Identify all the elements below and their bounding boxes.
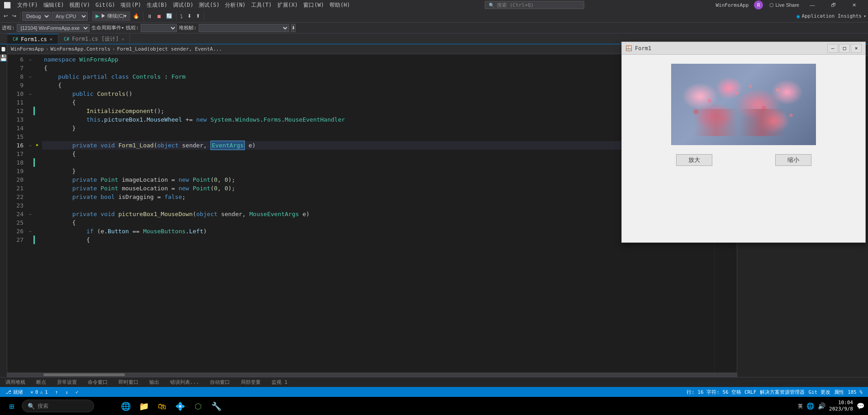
user-avatar[interactable]: R (754, 0, 763, 9)
collapse-6[interactable]: − (27, 55, 33, 64)
toolbar-redo[interactable]: ↪ (10, 11, 18, 21)
pause-btn[interactable]: ⏸ (145, 11, 154, 21)
form-icon: 🪟 (625, 45, 632, 52)
taskbar-widget[interactable]: ⊞ (100, 398, 116, 414)
panel-tab-auto[interactable]: 自动窗口 (208, 377, 232, 387)
collapse-24[interactable]: − (27, 210, 33, 218)
scroll-thumb[interactable] (43, 373, 125, 376)
panel-tab-breakpoints[interactable]: 断点 (34, 377, 48, 387)
platform-dropdown[interactable]: Any CPU (52, 12, 88, 21)
taskbar-right-area: 英 🌐 🔊 10:04 2023/9/8 💬 (798, 400, 864, 413)
taskbar-search-box[interactable]: 🔍 搜索 (22, 400, 94, 412)
menu-test[interactable]: 测试(S) (196, 0, 222, 10)
form-close-btn[interactable]: ✕ (851, 44, 862, 53)
panel-tab-output[interactable]: 输出 (148, 377, 161, 387)
collapse-8[interactable]: − (27, 72, 33, 81)
nav-up-btn[interactable]: ↑ (53, 387, 60, 397)
breadcrumb-project[interactable]: WinFormsApp (11, 46, 44, 52)
taskbar-edge[interactable]: 🌐 (118, 398, 134, 414)
git-branch-btn[interactable]: ⎇ 就绪 (4, 387, 25, 397)
breadcrumb-method[interactable]: Form1_Load(object sender, EventA... (117, 46, 222, 52)
search-box[interactable]: 🔍 搜索 (Ctrl+Q) (485, 1, 584, 9)
menu-view[interactable]: 视图(V) (67, 0, 93, 10)
error-btn[interactable]: ✕ 0 ⚠ 1 (29, 387, 50, 397)
solution-explorer-status[interactable]: 解决方案资源管理器 (758, 389, 806, 396)
menu-tools[interactable]: 工具(T) (248, 0, 275, 10)
live-share-btn[interactable]: ⬡ Live Share (767, 0, 802, 10)
breadcrumb-namespace[interactable]: WinFormsApp.Controls (50, 46, 110, 52)
volume-icon[interactable]: 🔊 (818, 402, 825, 410)
debug-config-dropdown[interactable]: Debug (22, 12, 51, 21)
menu-help[interactable]: 帮助(H) (327, 0, 353, 10)
zoom-in-button[interactable]: 放大 (676, 154, 712, 166)
menu-git[interactable]: Git(G) (93, 0, 118, 10)
menu-build[interactable]: 生成(B) (144, 0, 170, 10)
tab-close-icon[interactable]: ✕ (50, 37, 52, 42)
code-text-area[interactable]: namespace WinFormsApp { public partial c… (42, 54, 714, 373)
form-preview-window: 🪟 Form1 — □ ✕ 放大 缩小 (621, 42, 866, 243)
taskbar-folder[interactable]: 📁 (136, 398, 152, 414)
collapse-10[interactable]: − (27, 90, 33, 98)
zoom-btn[interactable]: 185 % (846, 389, 864, 395)
menu-file[interactable]: 文件(F) (14, 0, 41, 10)
panel-tab-command[interactable]: 命令窗口 (86, 377, 110, 387)
restart-btn[interactable]: 🔄 (164, 11, 174, 21)
thread-dropdown[interactable] (141, 24, 177, 32)
taskbar-node[interactable]: ⬡ (190, 398, 206, 414)
menu-project[interactable]: 项目(P) (118, 0, 144, 10)
properties-status[interactable]: 属性 (832, 389, 846, 396)
start-button[interactable]: ▶ ▶ 继续(C)▾ (92, 11, 130, 21)
stack-dropdown[interactable] (199, 24, 289, 32)
panel-tab-exceptions[interactable]: 异常设置 (55, 377, 79, 387)
menu-extensions[interactable]: 扩展(X) (275, 0, 301, 10)
collapse-26[interactable]: − (27, 227, 33, 236)
panel-tab-errors[interactable]: 错误列表... (168, 377, 201, 387)
row-col-indicator[interactable]: 行: 16 字符: 56 空格 CRLF (685, 389, 758, 396)
bookmark-icon[interactable]: 📑 (0, 46, 7, 52)
menu-window[interactable]: 窗口(W) (300, 0, 327, 10)
tab-design-close-icon[interactable]: ✕ (121, 37, 124, 42)
step-over-btn[interactable]: ⤵ (178, 11, 185, 21)
form-restore-btn[interactable]: □ (839, 44, 850, 53)
panel-tab-immediate[interactable]: 即时窗口 (117, 377, 140, 387)
code-line-16: private void Form1_Load(object sender, E… (42, 141, 714, 150)
menu-debug[interactable]: 调试(D) (170, 0, 196, 10)
line-num-21: 21 (7, 184, 24, 193)
zoom-out-button[interactable]: 缩小 (775, 154, 811, 166)
app-insights-dropdown[interactable]: ▾ (863, 14, 866, 19)
close-btn[interactable]: ✕ (844, 0, 864, 10)
main-toolbar: ↩ ↪ Debug Any CPU ▶ ▶ 继续(C)▾ 🔥 ⏸ ⏹ 🔄 ⤵ ⬇… (0, 10, 868, 23)
git-changes-status[interactable]: Git 更改 (806, 389, 832, 396)
process-dropdown[interactable]: [12104] WinFormsApp.exe (17, 24, 90, 32)
bottom-panel-tabs: 调用堆栈 断点 异常设置 命令窗口 即时窗口 输出 错误列表... 自动窗口 局… (0, 377, 868, 387)
notification-icon[interactable]: 💬 (857, 402, 864, 410)
clock-display[interactable]: 10:04 2023/9/8 (829, 400, 853, 413)
tab-form1-design[interactable]: C# Form1.cs [设计] ✕ (58, 34, 130, 44)
menu-edit[interactable]: 编辑(E) (41, 0, 67, 10)
restore-btn[interactable]: 🗗 (823, 0, 844, 10)
taskbar-store[interactable]: 🛍 (154, 398, 170, 414)
panel-tab-watch[interactable]: 监视 1 (270, 377, 289, 387)
collapse-16[interactable]: − (27, 141, 33, 150)
warning-count: 1 (45, 389, 48, 395)
menu-analyze[interactable]: 分析(N) (222, 0, 248, 10)
network-icon[interactable]: 🌐 (806, 402, 814, 410)
stop-btn[interactable]: ⏹ (155, 11, 163, 21)
toolbar-undo[interactable]: ↩ (2, 11, 10, 21)
horizontal-scrollbar[interactable] (7, 373, 737, 377)
minimize-btn[interactable]: — (802, 0, 823, 10)
taskbar-vs[interactable]: 💠 (172, 398, 188, 414)
form-minimize-btn[interactable]: — (827, 44, 838, 53)
code-review-btn[interactable]: ✓ (74, 387, 81, 397)
stack-nav-btn[interactable]: ⬇ (291, 24, 296, 32)
fire-btn[interactable]: 🔥 (131, 11, 141, 21)
step-out-btn[interactable]: ⬆ (194, 11, 202, 21)
step-into-btn[interactable]: ⬇ (186, 11, 193, 21)
nav-down-btn[interactable]: ↓ (63, 387, 70, 397)
start-button[interactable]: ⊞ (4, 398, 20, 414)
tab-form1-cs[interactable]: C# Form1.cs ✕ (7, 34, 58, 44)
taskbar-rider[interactable]: 🔧 (208, 398, 224, 414)
language-indicator[interactable]: 英 (798, 403, 803, 410)
panel-tab-callstack[interactable]: 调用堆栈 (4, 377, 27, 387)
panel-tab-locals[interactable]: 局部变量 (239, 377, 262, 387)
